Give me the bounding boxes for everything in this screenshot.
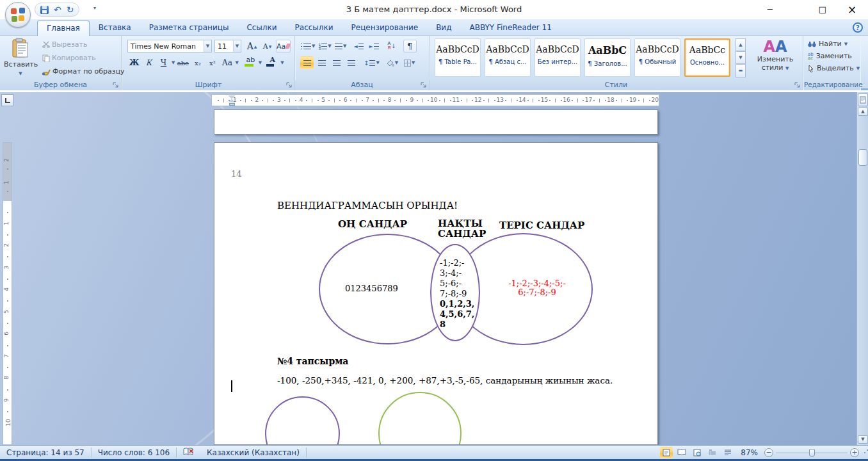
style-card[interactable]: AaBbCcD¶ Table Pa... [435, 38, 481, 77]
document-page[interactable]: 14 ВЕННДИАГРАММАСЫН ОРЫНДА! ОҢ САНДАР НА… [214, 142, 658, 445]
spellcheck-icon[interactable] [177, 448, 200, 458]
font-name-select[interactable]: Times New Roman▼ [127, 40, 212, 53]
styles-more-icon[interactable]: ▬▼ [735, 64, 746, 77]
office-button[interactable] [5, 2, 31, 28]
align-left-button[interactable] [300, 56, 314, 69]
zoom-out-icon[interactable]: − [764, 448, 773, 457]
tab-stop-selector[interactable] [1, 94, 13, 106]
justify-button[interactable] [344, 56, 358, 69]
increase-indent-button[interactable]: ► [367, 40, 381, 53]
horizontal-ruler[interactable]: 1234567891011121314151617181920 [211, 94, 659, 106]
venn-left-label[interactable]: ОҢ САНДАР [338, 218, 407, 230]
word-count[interactable]: Число слов: 6 106 [92, 448, 176, 457]
multilevel-list-button[interactable]: ▼ [334, 40, 348, 53]
strikethrough-button[interactable]: abe [176, 56, 189, 69]
styles-dialog-launcher-icon[interactable] [794, 82, 801, 88]
clear-formatting-button[interactable]: Aa [276, 40, 291, 53]
styles-scroll-up-icon[interactable]: ▲ [735, 38, 746, 51]
subscript-button[interactable]: x₂ [191, 56, 204, 69]
change-case-dropdown-icon[interactable]: ▼ [235, 60, 238, 65]
style-card[interactable]: AaBbCcDБез интер... [534, 38, 581, 77]
venn-middle-value[interactable]: -1;-2;-3;-4;-5;-6;-7;-8;-90,1,2,3,4,5,6,… [440, 258, 476, 330]
page-number-label[interactable]: 14 [231, 169, 242, 179]
view-draft-button[interactable] [721, 447, 734, 458]
view-outline-button[interactable] [706, 447, 719, 458]
scroll-up-icon[interactable]: ▲ [858, 108, 868, 116]
venn-left-value[interactable]: 0123456789 [345, 284, 398, 293]
ribbon-tab[interactable]: Вставка [90, 20, 140, 36]
paragraph-dialog-launcher-icon[interactable] [421, 82, 427, 88]
document-heading[interactable]: ВЕННДИАГРАММАСЫН ОРЫНДА! [277, 200, 458, 211]
view-web-layout-button[interactable] [691, 447, 703, 458]
bold-button[interactable]: Ж [127, 56, 141, 69]
scroll-down-icon[interactable]: ▼ [858, 435, 868, 444]
grow-font-button[interactable]: A▲ [245, 40, 259, 53]
shrink-font-button[interactable]: A▼ [261, 40, 274, 53]
scrollbar-thumb[interactable] [858, 149, 867, 166]
highlight-dropdown-icon[interactable]: ▼ [259, 60, 262, 65]
bullet-list-button[interactable]: ▼ [300, 40, 316, 53]
clipboard-dialog-launcher-icon[interactable] [113, 82, 119, 88]
shading-button[interactable]: ▼ [385, 56, 399, 69]
select-button[interactable]: Выделить▼ [808, 64, 860, 72]
vertical-scrollbar[interactable]: ▲ ▼ [856, 92, 868, 445]
ribbon-tab[interactable]: Рецензирование [342, 20, 428, 36]
help-icon[interactable]: ? [853, 22, 863, 33]
ribbon-tab[interactable]: Вид [427, 20, 460, 36]
align-right-button[interactable] [330, 56, 343, 69]
task-heading[interactable]: №4 тапсырма [277, 356, 348, 366]
task-text[interactable]: -100, -250,+345, -421, 0, +200, +87,+3,-… [277, 375, 613, 385]
task-circle-purple[interactable] [265, 396, 340, 445]
highlight-button[interactable]: ab [244, 56, 257, 69]
font-size-select[interactable]: 11▼ [214, 40, 241, 53]
task-circle-green[interactable] [378, 392, 462, 445]
cut-button[interactable]: Вырезать [40, 39, 127, 50]
align-center-button[interactable] [315, 56, 328, 69]
sort-button[interactable]: АЯ ↓ [385, 40, 399, 53]
show-paragraph-marks-button[interactable]: ¶ [403, 40, 417, 53]
zoom-slider-thumb[interactable] [809, 449, 815, 457]
language-indicator[interactable]: Казахский (Казахстан) [200, 448, 306, 457]
underline-button[interactable]: Ч [157, 56, 170, 69]
view-print-layout-button[interactable] [660, 447, 673, 458]
numbered-list-button[interactable]: 123▼ [317, 40, 332, 53]
style-card[interactable]: AaBbCcD¶ Обычный [634, 38, 680, 77]
resize-grip[interactable] [864, 452, 865, 453]
underline-dropdown-icon[interactable]: ▼ [172, 60, 175, 65]
venn-middle-label[interactable]: НАҚТЫ САНДАР [438, 218, 479, 239]
find-button[interactable]: Найти▼ [808, 40, 860, 48]
ribbon-tab[interactable]: Рассылки [286, 20, 342, 36]
style-card[interactable]: AaBbCcD¶ Абзац с... [485, 38, 531, 77]
change-styles-button[interactable]: AA Изменитьстили ▼ [750, 38, 801, 72]
minimize-button[interactable]: ─ [755, 0, 785, 19]
document-workspace[interactable]: 1234567891011121314151617181920 21123456… [0, 92, 868, 445]
superscript-button[interactable]: x² [205, 56, 219, 69]
ribbon-tab[interactable]: ABBYY FineReader 11 [460, 20, 560, 36]
font-dialog-launcher-icon[interactable] [286, 82, 293, 88]
zoom-slider[interactable] [776, 448, 848, 457]
close-button[interactable]: × [837, 0, 867, 19]
line-spacing-button[interactable]: ↕▼ [363, 56, 380, 69]
style-card[interactable]: AaBbCcОсновно... [684, 38, 730, 77]
venn-right-label[interactable]: ТЕРІС САНДАР [499, 220, 584, 231]
font-color-button[interactable]: А [266, 56, 279, 69]
ruler-toggle-icon[interactable] [858, 93, 868, 106]
style-card[interactable]: AaBbC¶ Заголов... [584, 38, 631, 77]
vertical-ruler[interactable]: 2112345678910 [3, 142, 12, 445]
replace-button[interactable]: abac Заменить [808, 52, 860, 60]
page-indicator[interactable]: Страница: 14 из 57 [0, 448, 91, 457]
format-painter-button[interactable]: Формат по образцу [40, 66, 127, 77]
copy-button[interactable]: Копировать [40, 53, 127, 63]
zoom-in-icon[interactable]: + [850, 448, 859, 457]
styles-scroll-down-icon[interactable]: ▼ [735, 51, 746, 64]
change-case-button[interactable]: Aa [220, 56, 234, 69]
borders-button[interactable]: ▼ [403, 56, 416, 69]
previous-page[interactable] [214, 109, 658, 134]
decrease-indent-button[interactable]: ◄ [352, 40, 366, 53]
ribbon-tab[interactable]: Ссылки [237, 20, 285, 36]
view-fullscreen-reading-button[interactable] [675, 447, 688, 458]
ribbon-tab[interactable]: Главная [37, 20, 90, 36]
venn-right-value[interactable]: -1;-2;-3;-4;-5;-6;-7;-8;-9 [506, 279, 568, 297]
ribbon-tab[interactable]: Разметка страницы [140, 20, 238, 36]
font-color-dropdown-icon[interactable]: ▼ [280, 60, 284, 65]
